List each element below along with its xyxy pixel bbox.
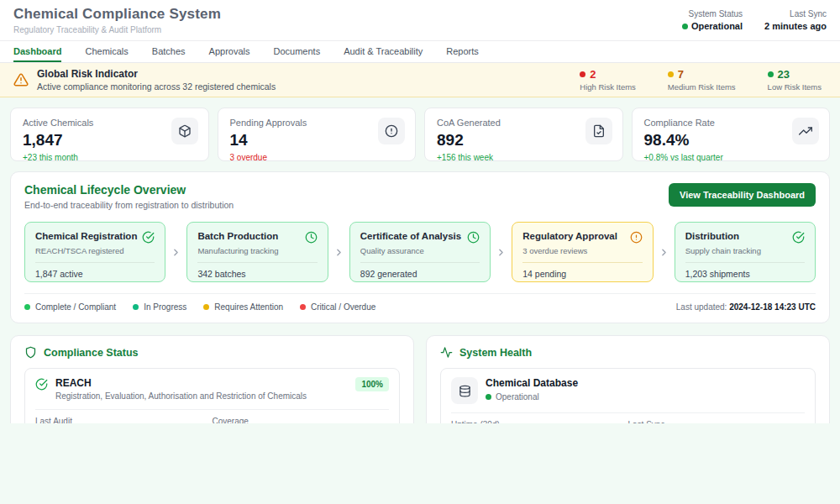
kpi-value: 892 <box>437 131 611 150</box>
app-title-block: Chemical Compliance System Regulatory Tr… <box>13 6 221 34</box>
legend-requires-attention: Requires Attention <box>203 302 283 312</box>
chevron-right-icon <box>659 247 669 258</box>
legend-dot-icon <box>300 304 306 310</box>
legend-dot-icon <box>24 304 30 310</box>
risk-banner-subtitle: Active compliance monitoring across 32 r… <box>37 81 276 92</box>
lifecycle-title: Chemical Lifecycle Overview <box>24 183 234 197</box>
medium-risk-label: Medium Risk Items <box>668 82 736 92</box>
chemical-database-card: Chemical Database Operational Uptime (30… <box>440 368 816 423</box>
check-circle-icon <box>142 231 155 244</box>
coverage-badge: 100% <box>355 377 389 391</box>
system-status: System Status Operational <box>682 9 743 31</box>
alert-circle-icon <box>378 118 405 144</box>
kpi-active-chemicals: Active Chemicals 1,847 +23 this month <box>10 108 209 161</box>
low-risk-label: Low Risk Items <box>768 82 822 92</box>
low-risk-dot-icon <box>768 71 774 77</box>
kpi-delta: +0.8% vs last quarter <box>644 153 818 162</box>
stage-batch-production[interactable]: Batch Production Manufacturing tracking … <box>186 222 328 282</box>
system-status-value: Operational <box>691 21 743 31</box>
check-circle-icon <box>792 231 805 244</box>
chevron-right-icon <box>171 247 181 258</box>
kpi-coa-generated: CoA Generated 892 +156 this week <box>424 108 623 161</box>
trending-up-icon <box>792 118 819 144</box>
alert-circle-icon <box>630 231 643 244</box>
low-risk-count: 23 Low Risk Items <box>768 68 822 92</box>
system-status-label: System Status <box>682 9 743 18</box>
medium-risk-dot-icon <box>668 71 674 77</box>
global-risk-banner: Global Risk Indicator Active compliance … <box>0 63 840 97</box>
kpi-pending-approvals: Pending Approvals 14 3 overdue <box>218 108 417 161</box>
kpi-value: 1,847 <box>23 131 197 150</box>
legend-dot-icon <box>133 304 139 310</box>
last-sync-value: 2 minutes ago <box>764 21 827 31</box>
tab-approvals[interactable]: Approvals <box>209 41 250 62</box>
kpi-delta: +23 this month <box>23 153 197 162</box>
compliance-status-title: Compliance Status <box>44 347 139 359</box>
tab-chemicals[interactable]: Chemicals <box>85 41 128 62</box>
system-health-title: System Health <box>459 347 532 359</box>
tab-audit-traceability[interactable]: Audit & Traceability <box>344 41 423 62</box>
system-health-panel: System Health Chemical Database Operatio… <box>426 335 830 423</box>
risk-banner-title: Global Risk Indicator <box>37 68 276 80</box>
status-dot-icon <box>682 24 688 29</box>
kpi-label: Active Chemicals <box>23 118 197 128</box>
chevron-right-icon <box>333 247 344 258</box>
service-status: Operational <box>486 392 578 402</box>
service-name: Chemical Database <box>486 377 578 389</box>
app-title: Chemical Compliance System <box>13 6 221 23</box>
tab-batches[interactable]: Batches <box>152 41 186 62</box>
database-icon <box>451 377 478 404</box>
lifecycle-stages: Chemical Registration REACH/TSCA registe… <box>24 222 816 282</box>
kpi-delta: 3 overdue <box>230 153 404 162</box>
legend-in-progress: In Progress <box>133 302 186 312</box>
reach-card: REACH Registration, Evaluation, Authoris… <box>24 368 400 423</box>
activity-icon <box>440 346 453 359</box>
status-dot-icon <box>486 394 491 400</box>
app-header: Chemical Compliance System Regulatory Tr… <box>0 0 840 40</box>
lifecycle-subtitle: End-to-end traceability from registratio… <box>24 200 234 210</box>
regulation-name: REACH <box>55 377 307 389</box>
legend-dot-icon <box>203 304 209 310</box>
status-legend: Complete / Compliant In Progress Require… <box>24 302 375 312</box>
last-updated: Last updated: 2024-12-18 14:23 UTC <box>676 302 816 312</box>
tab-dashboard[interactable]: Dashboard <box>13 41 61 62</box>
file-check-icon <box>585 118 612 144</box>
lifecycle-section: Chemical Lifecycle Overview End-to-end t… <box>10 171 830 323</box>
legend-critical: Critical / Overdue <box>300 302 375 312</box>
last-sync: Last Sync 2 minutes ago <box>764 9 827 31</box>
bottom-panels: Compliance Status REACH Registration, Ev… <box>10 335 830 423</box>
shield-icon <box>24 346 37 359</box>
main-nav: Dashboard Chemicals Batches Approvals Do… <box>0 40 840 63</box>
tab-documents[interactable]: Documents <box>274 41 321 62</box>
last-audit-field: Last Audit 2024-11-15 <box>35 417 213 423</box>
kpi-label: CoA Generated <box>437 118 611 128</box>
legend-complete: Complete / Compliant <box>24 302 116 312</box>
kpi-cards-row: Active Chemicals 1,847 +23 this month Pe… <box>10 108 830 161</box>
package-icon <box>171 118 198 144</box>
alert-triangle-icon <box>13 72 29 87</box>
check-circle-icon <box>35 378 48 391</box>
tab-reports[interactable]: Reports <box>446 41 479 62</box>
high-risk-label: High Risk Items <box>580 82 636 92</box>
kpi-delta: +156 this week <box>437 153 611 162</box>
stage-chemical-registration[interactable]: Chemical Registration REACH/TSCA registe… <box>24 222 165 282</box>
compliance-status-panel: Compliance Status REACH Registration, Ev… <box>10 335 414 423</box>
stage-certificate-of-analysis[interactable]: Certificate of Analysis Quality assuranc… <box>349 222 491 282</box>
stage-distribution[interactable]: Distribution Supply chain tracking 1,203… <box>675 222 816 282</box>
coverage-field: Coverage 1,847 substances <box>213 417 390 423</box>
regulation-description: Registration, Evaluation, Authorisation … <box>55 391 307 401</box>
clock-icon <box>467 231 480 244</box>
clock-icon <box>305 231 318 244</box>
kpi-compliance-rate: Compliance Rate 98.4% +0.8% vs last quar… <box>632 108 831 161</box>
high-risk-count: 2 High Risk Items <box>580 68 636 92</box>
app-subtitle: Regulatory Traceability & Audit Platform <box>13 25 221 34</box>
last-sync-field: Last Sync 2 min ago <box>628 420 806 423</box>
uptime-field: Uptime (30d) 99.98% <box>451 420 628 423</box>
high-risk-dot-icon <box>580 71 585 77</box>
last-sync-label: Last Sync <box>764 9 827 18</box>
chevron-right-icon <box>496 247 507 258</box>
view-traceability-dashboard-button[interactable]: View Traceability Dashboard <box>669 183 816 207</box>
medium-risk-count: 7 Medium Risk Items <box>668 68 736 92</box>
stage-regulatory-approval[interactable]: Regulatory Approval 3 overdue reviews 14… <box>512 222 653 282</box>
